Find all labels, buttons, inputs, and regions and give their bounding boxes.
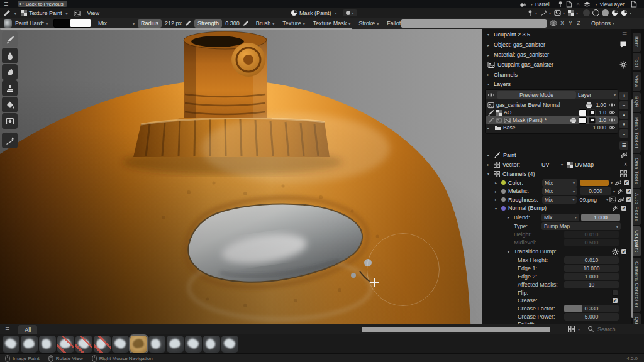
brush-asset-thumbnail[interactable] xyxy=(94,336,111,353)
brush-selector[interactable]: Paint Hard* ▾ xyxy=(15,20,48,26)
strength-pressure-icon[interactable] xyxy=(243,20,249,26)
overlays-icon[interactable] xyxy=(554,9,561,16)
sidebar-tab[interactable]: OmniTools xyxy=(633,154,641,188)
mirror-axis-toggle[interactable]: X xyxy=(558,19,566,26)
shelf-scrollbar[interactable] xyxy=(362,327,550,332)
layer-color-swatch[interactable] xyxy=(579,117,587,124)
roughness-image-name[interactable]: 09.png xyxy=(579,197,604,203)
expand-arrow-icon[interactable]: ▸ xyxy=(495,197,501,202)
bump-blend-value-slider[interactable]: 1.000 xyxy=(581,214,620,221)
view-layer-dropdown-arrow[interactable]: ▾ xyxy=(595,2,597,6)
layer-row[interactable]: gas_canister Bevel Normal 1.00 xyxy=(486,101,618,109)
sidebar-tab[interactable]: Tool xyxy=(633,53,641,71)
eye-icon[interactable] xyxy=(608,125,616,130)
midlevel-value[interactable]: 0.500 xyxy=(564,239,619,246)
dropdown-arrow[interactable]: ▾ xyxy=(613,189,615,194)
channels-count-label[interactable]: Channels (4) xyxy=(502,171,535,177)
strength-slider[interactable]: Strength xyxy=(194,19,222,28)
bump-type-dropdown[interactable]: Bump Map▾ xyxy=(541,222,621,230)
radius-value[interactable]: 212 px xyxy=(165,20,182,26)
brush-asset-thumbnail[interactable] xyxy=(148,336,165,353)
dropdown-arrow[interactable]: ▾ xyxy=(563,11,565,15)
scene-icon[interactable] xyxy=(519,1,526,8)
layer-opacity[interactable]: 1.0 xyxy=(599,117,606,123)
wrench-icon[interactable] xyxy=(618,197,624,203)
transition-bump-label[interactable]: Transition Bump: xyxy=(514,248,557,255)
transition-bump-checkbox[interactable] xyxy=(621,248,627,255)
dropdown-arrow[interactable]: ▾ xyxy=(549,11,551,15)
sidebar-tab[interactable]: Ucupaint xyxy=(633,226,641,256)
header-scrollbar-thin[interactable] xyxy=(0,28,352,30)
add-layer-button[interactable]: + xyxy=(619,92,628,100)
scene-name[interactable]: Barrel xyxy=(535,1,550,8)
crease-power-value[interactable]: 5.000 xyxy=(564,313,619,321)
xray-icon[interactable] xyxy=(568,10,574,16)
edge1-value[interactable]: 10.000 xyxy=(564,265,619,272)
panel-menu-icon[interactable]: ☰ xyxy=(622,31,627,38)
crease-factor-slider[interactable]: 0.330 xyxy=(564,305,619,312)
layer-row[interactable]: ▸ Base 1.000 xyxy=(486,124,618,131)
mode-selector[interactable]: Texture Paint xyxy=(29,10,62,16)
soften-tool[interactable] xyxy=(2,48,18,63)
gear-icon[interactable] xyxy=(619,61,627,69)
expand-arrow-icon[interactable]: ▸ xyxy=(487,72,494,77)
layer-color-swatch[interactable] xyxy=(579,109,587,116)
brush-asset-thumbnail[interactable] xyxy=(167,336,184,353)
material-row-label[interactable]: Material: gas_canister xyxy=(494,52,549,58)
remove-layer-button[interactable]: − xyxy=(619,101,628,109)
collapse-arrow-icon[interactable]: ▾ xyxy=(495,206,501,211)
wrench-icon[interactable] xyxy=(617,188,623,194)
mask-mode-dropdown-arrow[interactable]: ▾ xyxy=(335,11,337,15)
brush-asset-thumbnail[interactable] xyxy=(203,336,220,353)
ucupaint-tree-label[interactable]: Ucupaint gas_canister xyxy=(497,62,553,68)
affected-masks-value[interactable]: 10 xyxy=(564,281,619,288)
brush-preview-icon[interactable] xyxy=(4,19,12,28)
search-input[interactable]: Search xyxy=(597,326,616,332)
collapse-arrow-icon[interactable]: ▾ xyxy=(487,82,494,86)
comment-icon[interactable] xyxy=(619,41,627,48)
smear-tool[interactable] xyxy=(2,64,18,80)
channels-section-label[interactable]: Channels xyxy=(494,72,518,78)
sidebar-tab[interactable]: Camera Controller xyxy=(633,258,641,312)
back-to-previous-button[interactable]: ↩ Back to Previous xyxy=(18,1,67,7)
brush-asset-thumbnail[interactable] xyxy=(130,336,147,353)
eye-icon[interactable] xyxy=(608,118,616,123)
clone-tool[interactable] xyxy=(2,80,18,96)
dropdown-arrow[interactable]: ▾ xyxy=(606,197,608,202)
dropdown-arrow[interactable]: ▾ xyxy=(576,11,578,15)
new-scene-icon[interactable] xyxy=(566,1,572,8)
eye-icon[interactable] xyxy=(487,92,495,97)
image-icon[interactable] xyxy=(74,10,80,17)
layer-opacity[interactable]: 1.00 xyxy=(596,102,606,108)
layer-opacity[interactable]: 1.0 xyxy=(599,109,606,116)
brush-asset-thumbnail[interactable] xyxy=(185,336,202,353)
expand-arrow-icon[interactable]: ▸ xyxy=(487,153,494,157)
color-channel-swatch[interactable] xyxy=(580,180,609,186)
material-preview-dropdown[interactable]: ▾ xyxy=(343,9,357,16)
max-height-value[interactable]: 0.010 xyxy=(564,256,619,264)
channel-blend-dropdown[interactable]: Mix▾ xyxy=(542,179,577,187)
image-icon[interactable] xyxy=(609,196,616,203)
options-menu[interactable]: Options▾ xyxy=(591,20,614,26)
flip-checkbox[interactable] xyxy=(612,290,618,296)
mask-chip-icon[interactable] xyxy=(589,109,596,116)
editor-type-icon[interactable] xyxy=(3,9,11,17)
snapping-icon[interactable] xyxy=(540,9,547,16)
eye-icon[interactable] xyxy=(608,102,616,107)
vector-space-dropdown[interactable]: UV▾ xyxy=(541,162,563,168)
sidebar-tab[interactable]: View xyxy=(633,72,641,91)
primary-color-swatch[interactable] xyxy=(53,19,71,28)
layer-filter-button[interactable]: ☰ xyxy=(619,141,628,150)
gizmo-toggle-icon[interactable] xyxy=(583,9,590,16)
move-layer-up-button[interactable]: ▲ xyxy=(619,111,628,119)
paint-brush-tool[interactable] xyxy=(2,31,18,47)
dropdown-arrow[interactable]: ▾ xyxy=(611,180,613,185)
rendered-shading-icon[interactable] xyxy=(621,9,628,16)
secondary-color-swatch[interactable] xyxy=(70,19,91,28)
view-layer-name[interactable]: ViewLayer xyxy=(599,1,625,8)
editor-type-dropdown-arrow[interactable]: ▾ xyxy=(14,11,16,16)
radius-slider[interactable]: Radius xyxy=(138,19,162,28)
pin-scene-icon[interactable] xyxy=(557,1,564,8)
move-layer-down-button[interactable]: ▼ xyxy=(619,120,628,128)
wrench-icon[interactable] xyxy=(612,205,618,211)
